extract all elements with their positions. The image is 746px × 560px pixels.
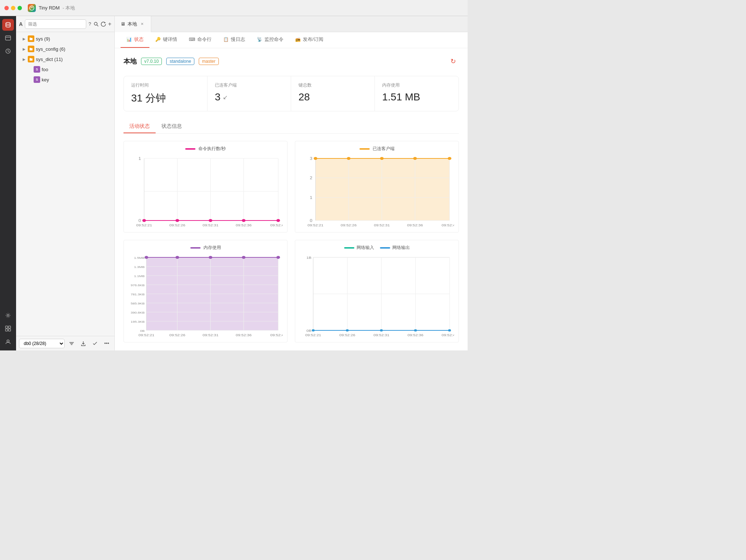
- sidebar-item-account[interactable]: [2, 336, 14, 348]
- search-input[interactable]: [25, 19, 86, 29]
- sidebar-item-history[interactable]: [2, 45, 14, 57]
- tree-item-sys-dict[interactable]: ▶ sys_dict (11): [16, 54, 114, 64]
- maximize-button[interactable]: [18, 6, 22, 10]
- sidebar-item-plugins[interactable]: [2, 323, 14, 334]
- svg-point-84: [145, 256, 148, 259]
- svg-point-51: [347, 157, 350, 160]
- main-content: 本地 v7.0.10 standalone master ↻ 运行时间 31 分…: [115, 48, 468, 350]
- memory-value: 1.51 MB: [382, 91, 451, 103]
- chart-cmd: 命令执行数/秒: [123, 141, 288, 233]
- network-in-title: 网络输入: [357, 245, 374, 251]
- cmd-chart-area: 1 0 09:52:21 09:52:26: [128, 155, 283, 228]
- svg-rect-6: [5, 326, 8, 328]
- svg-text:09:52:36: 09:52:36: [236, 333, 252, 337]
- svg-text:09:52:41: 09:52:41: [270, 223, 283, 227]
- monitor-tab-icon: 📡: [257, 37, 262, 42]
- svg-text:09:52:41: 09:52:41: [270, 333, 283, 337]
- tab-local[interactable]: 🖥 本地 ✕: [115, 16, 151, 32]
- main-layout: A ? + ▶ sys (9) ▶: [0, 16, 468, 350]
- cmd-chart-svg: 1 0 09:52:21 09:52:26: [128, 155, 283, 228]
- network-in-legend-line: [344, 247, 354, 249]
- svg-point-88: [277, 256, 280, 259]
- svg-text:09:52:21: 09:52:21: [138, 333, 155, 337]
- sub-tab-status[interactable]: 📊 状态: [121, 32, 149, 48]
- keys-label: 键总数: [298, 82, 367, 88]
- clients-icon: ↙: [223, 94, 228, 101]
- folder-icon: [28, 35, 34, 42]
- mode-badge: standalone: [166, 58, 194, 65]
- close-button[interactable]: [4, 6, 9, 10]
- sidebar-item-settings[interactable]: [2, 310, 14, 321]
- clients-chart-title: 已连客户端: [373, 146, 395, 152]
- svg-text:2: 2: [310, 176, 312, 180]
- activity-tab-active[interactable]: 活动状态: [123, 120, 156, 133]
- sub-tab-cmdline[interactable]: ⌨ 命令行: [183, 32, 217, 48]
- status-tab-icon: 📊: [126, 37, 132, 42]
- string-type-badge: S: [34, 76, 40, 83]
- pubsub-tab-label: 发布/订阅: [303, 36, 323, 43]
- tree-item-sys[interactable]: ▶ sys (9): [16, 34, 114, 44]
- network-chart-area: 1B 0B: [300, 254, 454, 338]
- refresh-tree-button[interactable]: [101, 19, 106, 29]
- svg-line-12: [97, 25, 98, 26]
- minimize-button[interactable]: [11, 6, 15, 10]
- tree-label-key: key: [42, 77, 111, 83]
- search-button[interactable]: [94, 19, 99, 29]
- svg-point-87: [242, 256, 246, 259]
- server-name: 本地: [123, 57, 137, 66]
- tree-item-foo[interactable]: S foo: [16, 64, 114, 74]
- db-selector[interactable]: db0 (28/28): [19, 339, 65, 348]
- sub-tab-bar: 📊 状态 🔑 键详情 ⌨ 命令行 📋 慢日志 📡 监控命令 📻 发布/订阅: [115, 32, 468, 48]
- font-size-button[interactable]: A: [19, 19, 23, 29]
- folder-icon: [28, 46, 34, 52]
- export-button[interactable]: [79, 339, 88, 348]
- svg-text:09:52:21: 09:52:21: [308, 223, 324, 227]
- activity-tab-info[interactable]: 状态信息: [156, 120, 188, 133]
- svg-point-113: [448, 329, 451, 331]
- activity-tabs: 活动状态 状态信息: [123, 120, 459, 134]
- check-button[interactable]: [90, 339, 100, 348]
- cmdline-tab-icon: ⌨: [189, 37, 195, 42]
- sub-tab-pubsub[interactable]: 📻 发布/订阅: [289, 32, 329, 48]
- svg-rect-2: [5, 36, 11, 40]
- titlebar: Tiny RDM - 本地: [0, 0, 468, 16]
- svg-text:09:52:41: 09:52:41: [442, 223, 454, 227]
- svg-point-53: [413, 157, 417, 160]
- svg-point-11: [94, 22, 97, 25]
- svg-text:09:52:31: 09:52:31: [374, 223, 390, 227]
- stat-clients: 已连客户端 3 ↙: [208, 76, 291, 111]
- svg-text:1.1MB: 1.1MB: [134, 275, 145, 278]
- sub-tab-keydetail[interactable]: 🔑 键详情: [149, 32, 183, 48]
- stats-grid: 运行时间 31 分钟 已连客户端 3 ↙ 键总数 28 内存使用 1.51 MB: [123, 76, 459, 111]
- help-button[interactable]: ?: [88, 19, 91, 29]
- tree-item-sys-config[interactable]: ▶ sys_config (6): [16, 44, 114, 54]
- svg-point-85: [175, 256, 179, 259]
- version-badge: v7.0.10: [141, 58, 162, 65]
- network-out-title: 网络输出: [392, 245, 410, 251]
- svg-text:781.3KB: 781.3KB: [131, 293, 145, 296]
- svg-point-50: [314, 157, 317, 160]
- svg-point-1: [6, 23, 10, 24]
- keys-value: 28: [298, 91, 367, 103]
- tree-footer: db0 (28/28) •••: [16, 336, 114, 350]
- sub-tab-monitor[interactable]: 📡 监控命令: [251, 32, 289, 48]
- tree-item-key[interactable]: S key: [16, 74, 114, 85]
- add-key-button[interactable]: +: [108, 19, 111, 29]
- refresh-button[interactable]: ↻: [447, 55, 459, 67]
- svg-text:09:52:21: 09:52:21: [305, 333, 321, 337]
- tree-toolbar: A ? +: [16, 16, 114, 32]
- traffic-lights: [4, 6, 22, 10]
- sort-button[interactable]: [67, 339, 76, 348]
- network-chart-svg: 1B 0B: [300, 254, 454, 338]
- more-button[interactable]: •••: [102, 339, 111, 348]
- spacer: [28, 77, 32, 82]
- svg-rect-8: [5, 329, 8, 331]
- tab-close-button[interactable]: ✕: [139, 21, 145, 27]
- monitor-tab-label: 监控命令: [264, 36, 283, 43]
- status-tab-label: 状态: [134, 36, 144, 43]
- stat-keys: 键总数 28: [291, 76, 375, 111]
- sidebar-item-browser[interactable]: [2, 32, 14, 44]
- sidebar-item-database[interactable]: [2, 19, 14, 31]
- sub-tab-slowlog[interactable]: 📋 慢日志: [217, 32, 251, 48]
- svg-point-111: [380, 329, 382, 331]
